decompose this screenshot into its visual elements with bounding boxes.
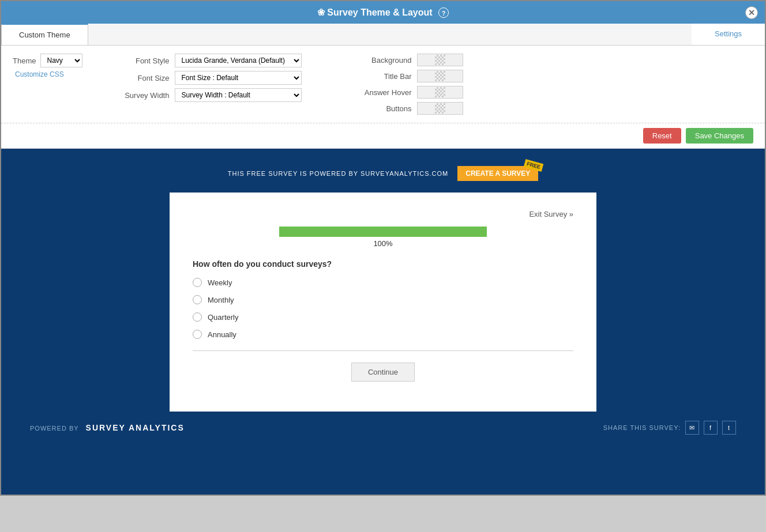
- theme-group: Theme Navy Default Blue Customize CSS: [13, 54, 82, 78]
- buttons-label: Buttons: [359, 104, 411, 113]
- exit-survey[interactable]: Exit Survey »: [193, 210, 573, 218]
- background-label: Background: [359, 56, 411, 65]
- font-size-label: Font Size: [117, 74, 169, 82]
- font-group: Font Style Lucida Grande, Verdana (Defau…: [117, 54, 302, 102]
- tab-bar: Custom Theme Settings: [1, 24, 765, 46]
- header-help-icon[interactable]: ?: [438, 7, 449, 18]
- close-button[interactable]: ✕: [745, 6, 758, 19]
- tab-settings[interactable]: Settings: [692, 24, 765, 45]
- tab-custom-theme[interactable]: Custom Theme: [1, 24, 88, 45]
- save-changes-button[interactable]: Save Changes: [686, 128, 753, 144]
- action-bar: Reset Save Changes: [1, 123, 765, 149]
- list-item[interactable]: Weekly: [193, 278, 573, 287]
- banner-text: THIS FREE SURVEY IS POWERED BY SURVEYANA…: [228, 170, 449, 177]
- list-item[interactable]: Quarterly: [193, 312, 573, 322]
- controls-area: Theme Navy Default Blue Customize CSS Fo…: [1, 46, 765, 123]
- title-bar-swatch[interactable]: [417, 70, 463, 82]
- progress-container: 100%: [193, 227, 573, 248]
- header-title: Survey Theme & Layout: [327, 7, 432, 17]
- list-item[interactable]: Monthly: [193, 295, 573, 304]
- buttons-swatch[interactable]: [417, 102, 463, 115]
- background-swatch[interactable]: [417, 54, 463, 66]
- radio-annually[interactable]: [193, 330, 202, 339]
- powered-by: POWERED BY SURVEY ANALYTICS: [30, 423, 185, 432]
- list-item[interactable]: Annually: [193, 330, 573, 339]
- share-area: SHARE THIS SURVEY: ✉ f t: [603, 421, 736, 435]
- progress-label: 100%: [373, 239, 392, 248]
- answer-hover-label: Answer Hover: [359, 88, 411, 97]
- theme-label: Theme: [13, 56, 36, 65]
- radio-quarterly[interactable]: [193, 312, 202, 322]
- radio-monthly[interactable]: [193, 295, 202, 304]
- color-group: Background Title Bar Answer Hover Button…: [359, 54, 463, 115]
- share-label: SHARE THIS SURVEY:: [603, 424, 681, 431]
- survey-question: How often do you conduct surveys?: [193, 259, 573, 269]
- twitter-share-icon[interactable]: t: [722, 421, 736, 435]
- survey-width-label: Survey Width: [117, 91, 169, 100]
- email-share-icon[interactable]: ✉: [685, 421, 699, 435]
- create-survey-button[interactable]: CREATE A SURVEY FREE: [457, 166, 538, 181]
- facebook-share-icon[interactable]: f: [704, 421, 718, 435]
- survey-card: Exit Survey » 100% How often do you cond…: [170, 193, 596, 412]
- font-size-select[interactable]: Font Size : Default Small Large: [175, 71, 302, 85]
- theme-select[interactable]: Navy Default Blue: [40, 54, 82, 67]
- option-quarterly: Quarterly: [208, 313, 238, 322]
- page-header: ❀ Survey Theme & Layout ? ✕: [1, 1, 765, 24]
- survey-banner: THIS FREE SURVEY IS POWERED BY SURVEYANA…: [13, 160, 753, 187]
- survey-width-select[interactable]: Survey Width : Default Narrow Wide: [175, 88, 302, 102]
- answer-hover-swatch[interactable]: [417, 86, 463, 99]
- font-style-label: Font Style: [117, 56, 169, 65]
- survey-options: Weekly Monthly Quarterly Annually: [193, 278, 573, 339]
- reset-button[interactable]: Reset: [643, 128, 681, 144]
- customize-css-link[interactable]: Customize CSS: [15, 70, 64, 78]
- option-weekly: Weekly: [208, 278, 232, 287]
- progress-bar-outer: [279, 227, 487, 237]
- survey-divider: [193, 350, 573, 351]
- brand-name: SURVEY ANALYTICS: [86, 423, 185, 432]
- radio-weekly[interactable]: [193, 278, 202, 287]
- survey-preview: THIS FREE SURVEY IS POWERED BY SURVEYANA…: [1, 149, 765, 495]
- font-style-select[interactable]: Lucida Grande, Verdana (Default) Arial T…: [175, 54, 302, 67]
- option-annually: Annually: [208, 330, 236, 339]
- progress-bar-inner: [279, 227, 487, 237]
- survey-footer: POWERED BY SURVEY ANALYTICS SHARE THIS S…: [13, 412, 753, 444]
- continue-button[interactable]: Continue: [351, 363, 415, 382]
- header-icon: ❀: [317, 7, 325, 17]
- title-bar-label: Title Bar: [359, 72, 411, 81]
- option-monthly: Monthly: [208, 296, 234, 304]
